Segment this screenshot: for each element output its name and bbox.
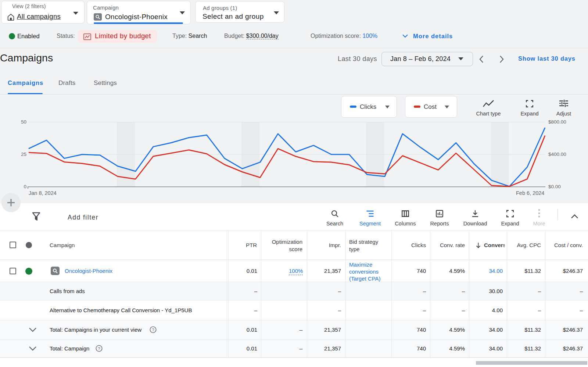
svg-text:?: ? [98,346,100,351]
svg-text:?: ? [152,328,154,332]
